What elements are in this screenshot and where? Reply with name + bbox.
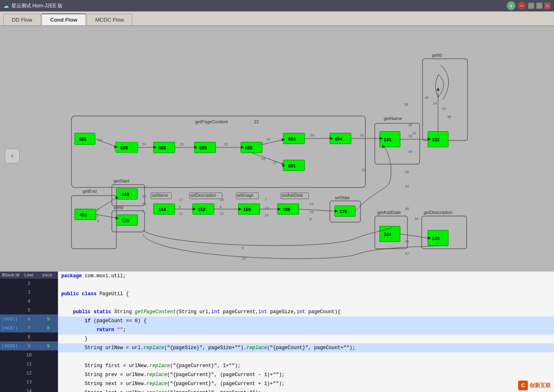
code-line: } [58,334,554,343]
svg-text:16: 16 [142,202,146,206]
code-content[interactable]: package com.moxi.util; public class Page… [58,272,554,392]
toolbar: + − [507,0,526,11]
zoom-in-button[interactable]: + [507,1,516,10]
svg-text:160: 160 [243,207,251,212]
svg-text:getId: getId [432,53,442,58]
svg-text:443: 443 [122,192,129,197]
svg-text:691: 691 [288,163,296,168]
svg-text:getStart: getStart [113,178,129,183]
svg-text:19: 19 [265,213,269,217]
titlebar: ☁ 星云测试 Horn-J2EE 版 + − ─ □ ✕ [0,0,554,11]
svg-text:getAddDate: getAddDate [377,210,401,215]
svg-text:690: 690 [245,145,252,150]
svg-line-87 [251,153,283,164]
tab-dd-flow[interactable]: DD Flow [3,14,41,25]
svg-text:10: 10 [142,194,146,198]
svg-text:36: 36 [405,170,409,174]
svg-marker-146 [436,87,440,91]
gutter-row: 13 [0,377,58,386]
svg-text:30: 30 [310,133,314,137]
svg-text:47: 47 [405,252,409,256]
code-line: String first = urlNew.replace("{pageCurr… [58,361,554,370]
code-line [58,281,554,290]
svg-text:11: 11 [179,212,183,216]
code-panel: Block Id Line exce 2 3 4 5 [0685] 6 [0,272,554,392]
gutter-blockid-header: Block Id [2,272,20,277]
svg-text:686: 686 [120,145,128,150]
svg-text:18: 18 [220,198,224,202]
svg-text:451: 451 [80,212,87,217]
close-button[interactable]: ✕ [544,2,551,9]
svg-text:39: 39 [404,102,408,107]
gutter-row: 8 [0,332,58,341]
svg-text:25: 25 [180,142,184,146]
svg-text:689: 689 [199,145,207,150]
svg-text:21: 21 [362,168,366,172]
svg-text:29: 29 [266,137,270,141]
svg-text:14: 14 [433,101,437,105]
svg-text:164: 164 [384,232,392,237]
svg-text:8: 8 [309,217,311,221]
tab-cond-flow[interactable]: Cond Flow [42,13,86,25]
svg-text:132: 132 [432,137,439,142]
svg-text:getDescription: getDescription [424,210,452,215]
brand-icon: C [518,381,528,390]
svg-text:140: 140 [384,137,391,142]
svg-text:685: 685 [79,137,86,142]
svg-text:38: 38 [447,115,451,119]
brand-text: 创新互联 [530,382,551,389]
gutter-exec-header: exce [38,272,56,277]
code-line: public static String getPageContent(Stri… [58,307,554,316]
svg-text:26: 26 [224,142,228,146]
svg-text:5: 5 [179,205,181,209]
svg-text:setId: setId [113,205,123,210]
tab-mcdc-flow[interactable]: MCDC Flow [87,14,132,25]
svg-text:14: 14 [309,202,314,206]
svg-text:49: 49 [425,96,429,100]
minimize-button[interactable]: ─ [528,2,534,9]
code-line [58,298,554,307]
code-line: String prev = urlNew.replace("{pageCurre… [58,370,554,379]
svg-text:setImage: setImage [237,193,254,198]
svg-text:7: 7 [265,198,267,202]
code-line: public class PageUtil { [58,290,554,298]
gutter-row: 4 [0,296,58,305]
svg-text:42: 42 [405,184,409,188]
svg-text:17: 17 [179,198,183,202]
svg-text:setAddDate: setAddDate [282,193,303,198]
maximize-button[interactable]: □ [536,2,543,9]
svg-text:693: 693 [288,136,296,141]
flow-canvas[interactable]: ‹ getPageContent 22 getEnd setName setDe… [0,26,554,285]
svg-text:setDescription: setDescription [190,193,216,198]
svg-text:23: 23 [98,138,102,142]
code-line: String next = urlNew.replace("{pageCurre… [58,379,554,388]
svg-text:46: 46 [405,207,409,211]
svg-text:getPageContent: getPageContent [195,119,228,124]
svg-text:168: 168 [283,207,290,212]
gutter-row: 14 [0,386,58,392]
svg-text:148: 148 [432,236,439,241]
gutter-row: 2 [0,278,58,287]
svg-line-144 [400,234,428,238]
svg-text:getName: getName [384,116,402,121]
svg-text:setState: setState [335,196,350,200]
gutter-row: 3 [0,287,58,296]
gutter-header: Block Id Line exce [0,272,58,278]
svg-text:152: 152 [198,207,205,212]
zoom-out-button[interactable]: − [517,1,526,10]
flow-diagram: getPageContent 22 getEnd setName setDesc… [0,26,554,285]
svg-text:getEnd: getEnd [82,189,97,194]
app-icon: ☁ [3,2,9,9]
svg-text:43: 43 [442,107,446,111]
svg-rect-19 [423,59,467,140]
code-line [58,352,554,361]
code-gutter: Block Id Line exce 2 3 4 5 [0685] 6 [0,272,58,392]
code-line: package com.moxi.util; [58,272,554,281]
code-line-highlighted: return ""; [58,325,554,334]
svg-text:1: 1 [97,213,99,217]
nav-left-arrow[interactable]: ‹ [5,149,20,163]
svg-text:176: 176 [340,209,347,214]
svg-line-141 [299,209,335,211]
gutter-row-highlighted: [0687] 7 0 [0,323,58,332]
svg-text:22: 22 [254,119,259,124]
